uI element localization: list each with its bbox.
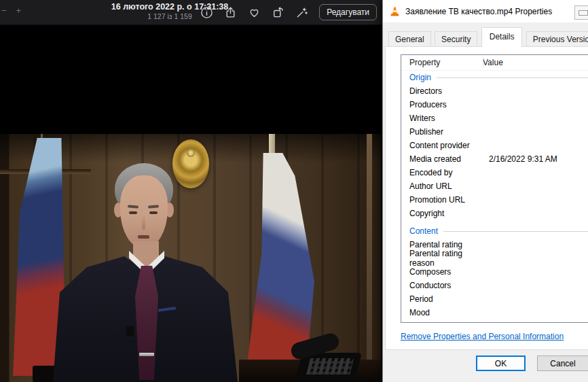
photos-toolbar: −+ 16 лютого 2022 р. о 17:31:38 1 127 із… (0, 0, 382, 25)
property-label: Parental rating reason (401, 249, 483, 268)
zoom-out-icon[interactable]: − (1, 5, 16, 16)
person-brow-left (128, 205, 139, 208)
property-row-author-url[interactable]: Author URL (401, 179, 588, 193)
person-eye-right (149, 211, 158, 214)
vlc-cone-icon (389, 5, 401, 17)
tab-strip: General Security Details Previous Versio… (383, 22, 588, 46)
lapel-microphone (126, 326, 134, 336)
property-label: Producers (401, 100, 483, 109)
property-row-producers[interactable]: Producers (401, 98, 588, 111)
property-label: Mood (401, 308, 483, 317)
auto-enhance-wand-icon[interactable] (295, 6, 308, 19)
property-row-content-provider[interactable]: Content provider (401, 139, 588, 152)
details-tab-page: Property Value Origin Directors Producer… (385, 46, 588, 350)
property-label: Encoded by (401, 168, 483, 177)
group-origin-label: Origin (409, 73, 437, 82)
property-label: Author URL (401, 181, 483, 191)
property-row-composers[interactable]: Composers (401, 265, 588, 279)
property-row-parental-rating-reason[interactable]: Parental rating reason (401, 251, 588, 265)
group-origin-line (437, 77, 588, 78)
person-tie (135, 266, 158, 380)
cancel-button[interactable]: Cancel (537, 355, 588, 371)
property-row-encoded-by[interactable]: Encoded by (401, 166, 588, 179)
property-label: Conductors (401, 281, 483, 290)
person-brow-right (148, 205, 159, 208)
property-row-directors[interactable]: Directors (401, 84, 588, 98)
column-header-value[interactable]: Value (483, 58, 503, 67)
titlebar-button-partial[interactable] (574, 5, 588, 20)
person-mouth (138, 235, 149, 239)
dialog-titlebar[interactable]: Заявление ТВ качество.mp4 Properties (383, 0, 588, 22)
share-icon[interactable] (224, 6, 237, 19)
property-value: 2/16/2022 9:31 AM (483, 154, 557, 164)
group-header-content: Content (401, 224, 588, 238)
dialog-button-bar: OK Cancel (383, 350, 588, 382)
info-icon[interactable] (200, 6, 213, 19)
group-content-label: Content (409, 226, 443, 236)
properties-listview: Property Value Origin Directors Producer… (401, 54, 588, 323)
photos-viewer-window: −+ 16 лютого 2022 р. о 17:31:38 1 127 із… (0, 0, 382, 382)
property-row-copyright[interactable]: Copyright (401, 207, 588, 220)
rotate-icon[interactable] (272, 6, 284, 19)
listview-header[interactable]: Property Value (401, 55, 588, 71)
property-row-media-created[interactable]: Media created2/16/2022 9:31 AM (401, 152, 588, 166)
group-header-origin: Origin (401, 71, 588, 84)
property-label: Writers (401, 114, 483, 123)
remove-properties-link[interactable]: Remove Properties and Personal Informati… (401, 332, 564, 341)
property-row-mood[interactable]: Mood (401, 306, 588, 319)
toolbar-actions: Редагувати (200, 0, 377, 24)
person-nose (142, 215, 145, 230)
property-label: Media created (401, 154, 483, 164)
ok-button[interactable]: OK (476, 355, 526, 371)
property-row-conductors[interactable]: Conductors (401, 279, 588, 292)
zoom-in-icon[interactable]: + (16, 5, 31, 16)
property-label: Parental rating (401, 240, 483, 249)
telephone (291, 338, 362, 381)
group-content-line (443, 231, 588, 232)
property-row-writers[interactable]: Writers (401, 111, 588, 125)
tie-clip (139, 353, 154, 356)
edit-button[interactable]: Редагувати (319, 4, 377, 20)
video-frame[interactable] (0, 134, 381, 382)
person-eye-left (129, 211, 137, 214)
screen: −+ 16 лютого 2022 р. о 17:31:38 1 127 із… (0, 0, 588, 382)
property-label: Composers (401, 267, 483, 277)
tab-details[interactable]: Details (481, 27, 523, 47)
column-separator[interactable] (483, 57, 483, 68)
column-header-property[interactable]: Property (401, 58, 483, 67)
property-label: Period (401, 294, 483, 304)
zoom-slider[interactable]: −+ (1, 5, 31, 16)
property-label: Publisher (401, 127, 483, 137)
dialog-title: Заявление ТВ качество.mp4 Properties (405, 7, 552, 16)
favorite-heart-icon[interactable] (248, 6, 261, 19)
telephone-keypad (306, 358, 354, 375)
property-row-publisher[interactable]: Publisher (401, 125, 588, 139)
property-label: Content provider (401, 141, 483, 150)
property-label: Promotion URL (401, 195, 483, 205)
property-row-period[interactable]: Period (401, 292, 588, 306)
properties-dialog: Заявление ТВ качество.mp4 Properties Gen… (382, 0, 588, 382)
person-face (120, 175, 168, 249)
property-row-promotion-url[interactable]: Promotion URL (401, 193, 588, 207)
property-label: Directors (401, 86, 483, 96)
property-label: Copyright (401, 209, 483, 218)
